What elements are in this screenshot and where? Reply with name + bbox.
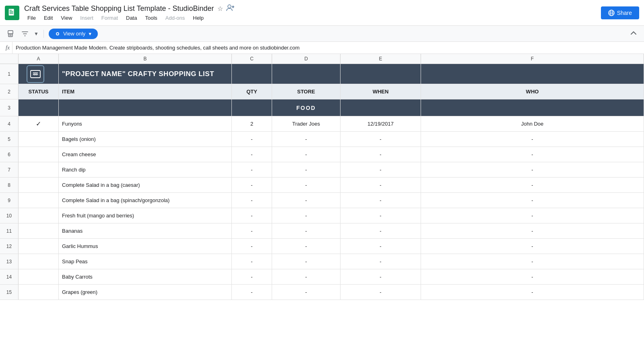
- store-cell: -: [272, 162, 341, 177]
- menu-tools[interactable]: Tools: [142, 14, 160, 22]
- top-bar: Craft Services Table Shopping List Templ…: [0, 0, 644, 26]
- toolbar: ▼ View only ▼: [0, 26, 644, 42]
- status-cell: [19, 162, 59, 177]
- who-cell: -: [421, 193, 644, 208]
- when-cell: -: [341, 239, 421, 254]
- col-header-f: F: [421, 54, 644, 64]
- status-cell: ✓: [19, 116, 59, 131]
- svg-point-9: [610, 10, 613, 16]
- row-num-2: 2: [0, 84, 19, 99]
- status-cell: [19, 223, 59, 238]
- menu-help[interactable]: Help: [190, 14, 207, 22]
- svg-rect-0: [9, 8, 14, 15]
- col-when-header: WHEN: [341, 84, 421, 99]
- col-qty-header: QTY: [232, 84, 272, 99]
- qty-cell: -: [232, 162, 272, 177]
- qty-cell: 2: [232, 116, 272, 131]
- table-row: 12 Garlic Hummus - - - -: [0, 239, 644, 254]
- row-num-6: 6: [0, 147, 19, 162]
- menu-insert: Insert: [77, 14, 97, 22]
- row-num-8: 8: [0, 178, 19, 192]
- qty-cell: -: [232, 147, 272, 162]
- title-f: [421, 64, 644, 84]
- formula-bar: fx Production Management Made Modern. Cr…: [0, 42, 644, 54]
- star-icon[interactable]: ☆: [217, 5, 223, 12]
- menu-file[interactable]: File: [24, 14, 39, 22]
- svg-point-17: [57, 33, 58, 35]
- collapse-toolbar-button[interactable]: [628, 28, 639, 39]
- store-cell: -: [272, 239, 341, 254]
- qty-cell: -: [232, 132, 272, 147]
- svg-point-8: [609, 10, 614, 16]
- menu-view[interactable]: View: [58, 14, 75, 22]
- table-row: 14 Baby Carrots - - - -: [0, 269, 644, 285]
- who-cell: -: [421, 223, 644, 238]
- food-section-a: [19, 99, 59, 116]
- row-num-1: 1: [0, 64, 19, 84]
- when-cell: -: [341, 147, 421, 162]
- title-row: 1 "PROJECT NAME" CRAFTY SHOPPING LIST: [0, 64, 644, 84]
- filter-dropdown-arrow[interactable]: ▼: [34, 31, 39, 37]
- title-text-cell: "PROJECT NAME" CRAFTY SHOPPING LIST: [59, 64, 232, 84]
- doc-title-text: Craft Services Table Shopping List Templ…: [24, 4, 214, 13]
- menu-bar: File Edit View Insert Format Data Tools …: [24, 14, 596, 22]
- row-num-13: 13: [0, 254, 19, 269]
- store-cell: -: [272, 147, 341, 162]
- share-button[interactable]: Share: [601, 6, 639, 19]
- print-button[interactable]: [5, 28, 16, 39]
- store-cell: -: [272, 193, 341, 208]
- col-item-header: ITEM: [59, 84, 232, 99]
- store-cell: -: [272, 285, 341, 300]
- move-icon[interactable]: [226, 4, 235, 13]
- status-cell: [19, 269, 59, 284]
- qty-cell: -: [232, 269, 272, 284]
- status-cell: [19, 147, 59, 162]
- svg-rect-3: [10, 13, 13, 13]
- qty-cell: -: [232, 285, 272, 300]
- doc-title: Craft Services Table Shopping List Templ…: [24, 4, 596, 13]
- qty-cell: -: [232, 223, 272, 238]
- store-cell: -: [272, 132, 341, 147]
- toolbar-separator: [43, 30, 44, 38]
- status-cell: [19, 132, 59, 147]
- table-row: 9 Complete Salad in a bag (spinach/gorgo…: [0, 193, 644, 208]
- store-cell: -: [272, 208, 341, 223]
- qty-cell: -: [232, 208, 272, 223]
- table-row: 5 Bagels (onion) - - - -: [0, 132, 644, 147]
- row-num-3: 3: [0, 99, 19, 116]
- item-cell: Complete Salad in a bag (caesar): [59, 178, 232, 192]
- filter-button[interactable]: [19, 28, 31, 39]
- row-num-11: 11: [0, 223, 19, 238]
- menu-data[interactable]: Data: [123, 14, 140, 22]
- col-header-c: C: [232, 54, 272, 64]
- item-cell: Garlic Hummus: [59, 239, 232, 254]
- status-cell: [19, 178, 59, 192]
- view-only-dropdown[interactable]: ▼: [88, 31, 92, 36]
- status-cell: [19, 285, 59, 300]
- col-store-header: STORE: [272, 84, 341, 99]
- table-row: 7 Ranch dip - - - -: [0, 162, 644, 178]
- row-num-14: 14: [0, 269, 19, 284]
- svg-rect-2: [10, 12, 13, 12]
- item-cell: Cream cheese: [59, 147, 232, 162]
- svg-rect-14: [9, 35, 12, 35]
- item-cell: Bananas: [59, 223, 232, 238]
- who-cell: -: [421, 132, 644, 147]
- item-cell: Snap Peas: [59, 254, 232, 269]
- menu-edit[interactable]: Edit: [41, 14, 56, 22]
- table-row: 6 Cream cheese - - - -: [0, 147, 644, 162]
- col-header-a: A: [19, 54, 59, 64]
- view-only-button[interactable]: View only ▼: [49, 29, 98, 39]
- title-icon-cell: [19, 64, 59, 84]
- item-cell: Ranch dip: [59, 162, 232, 177]
- table-row: 8 Complete Salad in a bag (caesar) - - -…: [0, 178, 644, 193]
- row-num-15: 15: [0, 285, 19, 300]
- title-d: [272, 64, 341, 84]
- store-cell: Trader Joes: [272, 116, 341, 131]
- svg-point-5: [228, 5, 231, 8]
- col-header-d: D: [272, 54, 341, 64]
- row-num-10: 10: [0, 208, 19, 223]
- status-cell: [19, 208, 59, 223]
- when-cell: -: [341, 285, 421, 300]
- who-cell: -: [421, 269, 644, 284]
